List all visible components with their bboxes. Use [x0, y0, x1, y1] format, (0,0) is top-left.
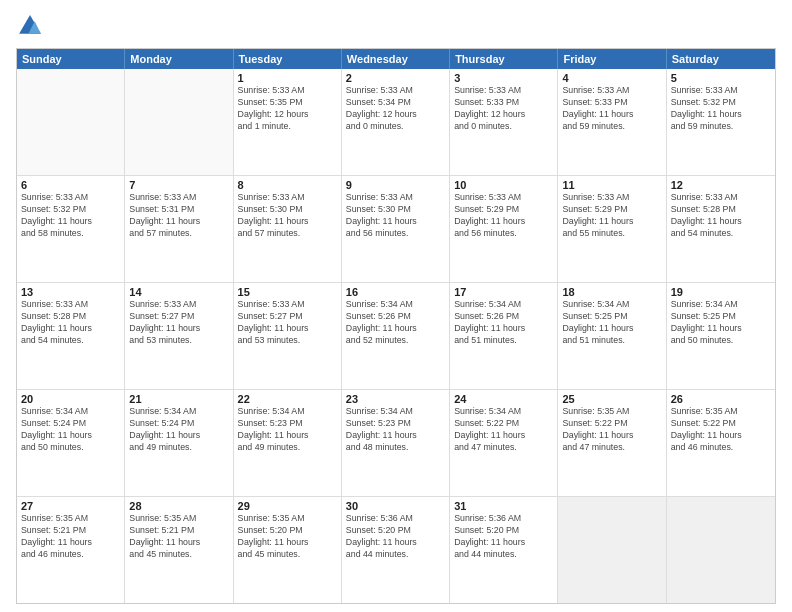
day-number: 6: [21, 179, 120, 191]
cell-info: Sunrise: 5:35 AM Sunset: 5:20 PM Dayligh…: [238, 513, 337, 561]
day-number: 26: [671, 393, 771, 405]
cal-cell: 17Sunrise: 5:34 AM Sunset: 5:26 PM Dayli…: [450, 283, 558, 389]
calendar: SundayMondayTuesdayWednesdayThursdayFrid…: [16, 48, 776, 604]
day-number: 4: [562, 72, 661, 84]
cell-info: Sunrise: 5:36 AM Sunset: 5:20 PM Dayligh…: [454, 513, 553, 561]
day-number: 13: [21, 286, 120, 298]
day-number: 5: [671, 72, 771, 84]
day-header-wednesday: Wednesday: [342, 49, 450, 69]
cell-info: Sunrise: 5:34 AM Sunset: 5:26 PM Dayligh…: [454, 299, 553, 347]
cell-info: Sunrise: 5:33 AM Sunset: 5:30 PM Dayligh…: [238, 192, 337, 240]
day-number: 1: [238, 72, 337, 84]
cell-info: Sunrise: 5:36 AM Sunset: 5:20 PM Dayligh…: [346, 513, 445, 561]
day-number: 11: [562, 179, 661, 191]
day-number: 15: [238, 286, 337, 298]
day-number: 24: [454, 393, 553, 405]
day-number: 25: [562, 393, 661, 405]
cell-info: Sunrise: 5:33 AM Sunset: 5:33 PM Dayligh…: [454, 85, 553, 133]
day-header-friday: Friday: [558, 49, 666, 69]
day-header-sunday: Sunday: [17, 49, 125, 69]
day-number: 10: [454, 179, 553, 191]
logo-icon: [16, 12, 44, 40]
day-number: 31: [454, 500, 553, 512]
cal-cell: 19Sunrise: 5:34 AM Sunset: 5:25 PM Dayli…: [667, 283, 775, 389]
day-number: 30: [346, 500, 445, 512]
cal-cell: 26Sunrise: 5:35 AM Sunset: 5:22 PM Dayli…: [667, 390, 775, 496]
calendar-header: SundayMondayTuesdayWednesdayThursdayFrid…: [17, 49, 775, 69]
cal-cell: 16Sunrise: 5:34 AM Sunset: 5:26 PM Dayli…: [342, 283, 450, 389]
cell-info: Sunrise: 5:33 AM Sunset: 5:29 PM Dayligh…: [562, 192, 661, 240]
cal-cell: 3Sunrise: 5:33 AM Sunset: 5:33 PM Daylig…: [450, 69, 558, 175]
cell-info: Sunrise: 5:33 AM Sunset: 5:33 PM Dayligh…: [562, 85, 661, 133]
cal-cell: [17, 69, 125, 175]
cell-info: Sunrise: 5:35 AM Sunset: 5:22 PM Dayligh…: [671, 406, 771, 454]
cal-cell: 1Sunrise: 5:33 AM Sunset: 5:35 PM Daylig…: [234, 69, 342, 175]
cell-info: Sunrise: 5:33 AM Sunset: 5:29 PM Dayligh…: [454, 192, 553, 240]
cal-cell: 22Sunrise: 5:34 AM Sunset: 5:23 PM Dayli…: [234, 390, 342, 496]
day-number: 28: [129, 500, 228, 512]
week-row-1: 1Sunrise: 5:33 AM Sunset: 5:35 PM Daylig…: [17, 69, 775, 175]
calendar-body: 1Sunrise: 5:33 AM Sunset: 5:35 PM Daylig…: [17, 69, 775, 603]
cell-info: Sunrise: 5:35 AM Sunset: 5:22 PM Dayligh…: [562, 406, 661, 454]
header: [16, 12, 776, 40]
cell-info: Sunrise: 5:33 AM Sunset: 5:28 PM Dayligh…: [21, 299, 120, 347]
cell-info: Sunrise: 5:33 AM Sunset: 5:30 PM Dayligh…: [346, 192, 445, 240]
cal-cell: 10Sunrise: 5:33 AM Sunset: 5:29 PM Dayli…: [450, 176, 558, 282]
cal-cell: 8Sunrise: 5:33 AM Sunset: 5:30 PM Daylig…: [234, 176, 342, 282]
cell-info: Sunrise: 5:34 AM Sunset: 5:23 PM Dayligh…: [238, 406, 337, 454]
cal-cell: 6Sunrise: 5:33 AM Sunset: 5:32 PM Daylig…: [17, 176, 125, 282]
day-header-saturday: Saturday: [667, 49, 775, 69]
day-number: 21: [129, 393, 228, 405]
week-row-4: 20Sunrise: 5:34 AM Sunset: 5:24 PM Dayli…: [17, 389, 775, 496]
page: SundayMondayTuesdayWednesdayThursdayFrid…: [0, 0, 792, 612]
day-number: 17: [454, 286, 553, 298]
day-number: 3: [454, 72, 553, 84]
cal-cell: 25Sunrise: 5:35 AM Sunset: 5:22 PM Dayli…: [558, 390, 666, 496]
cal-cell: 4Sunrise: 5:33 AM Sunset: 5:33 PM Daylig…: [558, 69, 666, 175]
cell-info: Sunrise: 5:33 AM Sunset: 5:27 PM Dayligh…: [129, 299, 228, 347]
week-row-3: 13Sunrise: 5:33 AM Sunset: 5:28 PM Dayli…: [17, 282, 775, 389]
cal-cell: 13Sunrise: 5:33 AM Sunset: 5:28 PM Dayli…: [17, 283, 125, 389]
cell-info: Sunrise: 5:33 AM Sunset: 5:27 PM Dayligh…: [238, 299, 337, 347]
day-number: 14: [129, 286, 228, 298]
cal-cell: 24Sunrise: 5:34 AM Sunset: 5:22 PM Dayli…: [450, 390, 558, 496]
cal-cell: 15Sunrise: 5:33 AM Sunset: 5:27 PM Dayli…: [234, 283, 342, 389]
day-number: 29: [238, 500, 337, 512]
day-number: 19: [671, 286, 771, 298]
cal-cell: 14Sunrise: 5:33 AM Sunset: 5:27 PM Dayli…: [125, 283, 233, 389]
cell-info: Sunrise: 5:34 AM Sunset: 5:25 PM Dayligh…: [671, 299, 771, 347]
cell-info: Sunrise: 5:34 AM Sunset: 5:24 PM Dayligh…: [21, 406, 120, 454]
cell-info: Sunrise: 5:35 AM Sunset: 5:21 PM Dayligh…: [21, 513, 120, 561]
day-number: 16: [346, 286, 445, 298]
cal-cell: 30Sunrise: 5:36 AM Sunset: 5:20 PM Dayli…: [342, 497, 450, 603]
cell-info: Sunrise: 5:34 AM Sunset: 5:22 PM Dayligh…: [454, 406, 553, 454]
day-number: 20: [21, 393, 120, 405]
cal-cell: 28Sunrise: 5:35 AM Sunset: 5:21 PM Dayli…: [125, 497, 233, 603]
cal-cell: 5Sunrise: 5:33 AM Sunset: 5:32 PM Daylig…: [667, 69, 775, 175]
cal-cell: 31Sunrise: 5:36 AM Sunset: 5:20 PM Dayli…: [450, 497, 558, 603]
day-number: 2: [346, 72, 445, 84]
cell-info: Sunrise: 5:33 AM Sunset: 5:32 PM Dayligh…: [671, 85, 771, 133]
day-number: 23: [346, 393, 445, 405]
cell-info: Sunrise: 5:33 AM Sunset: 5:28 PM Dayligh…: [671, 192, 771, 240]
day-number: 12: [671, 179, 771, 191]
cell-info: Sunrise: 5:33 AM Sunset: 5:35 PM Dayligh…: [238, 85, 337, 133]
cal-cell: 2Sunrise: 5:33 AM Sunset: 5:34 PM Daylig…: [342, 69, 450, 175]
day-number: 8: [238, 179, 337, 191]
cal-cell: 7Sunrise: 5:33 AM Sunset: 5:31 PM Daylig…: [125, 176, 233, 282]
cal-cell: [125, 69, 233, 175]
cal-cell: 20Sunrise: 5:34 AM Sunset: 5:24 PM Dayli…: [17, 390, 125, 496]
cal-cell: 9Sunrise: 5:33 AM Sunset: 5:30 PM Daylig…: [342, 176, 450, 282]
week-row-2: 6Sunrise: 5:33 AM Sunset: 5:32 PM Daylig…: [17, 175, 775, 282]
cell-info: Sunrise: 5:34 AM Sunset: 5:25 PM Dayligh…: [562, 299, 661, 347]
day-number: 27: [21, 500, 120, 512]
cal-cell: 21Sunrise: 5:34 AM Sunset: 5:24 PM Dayli…: [125, 390, 233, 496]
cell-info: Sunrise: 5:33 AM Sunset: 5:34 PM Dayligh…: [346, 85, 445, 133]
day-header-tuesday: Tuesday: [234, 49, 342, 69]
day-header-thursday: Thursday: [450, 49, 558, 69]
week-row-5: 27Sunrise: 5:35 AM Sunset: 5:21 PM Dayli…: [17, 496, 775, 603]
cell-info: Sunrise: 5:33 AM Sunset: 5:31 PM Dayligh…: [129, 192, 228, 240]
cell-info: Sunrise: 5:33 AM Sunset: 5:32 PM Dayligh…: [21, 192, 120, 240]
cal-cell: 11Sunrise: 5:33 AM Sunset: 5:29 PM Dayli…: [558, 176, 666, 282]
day-number: 9: [346, 179, 445, 191]
